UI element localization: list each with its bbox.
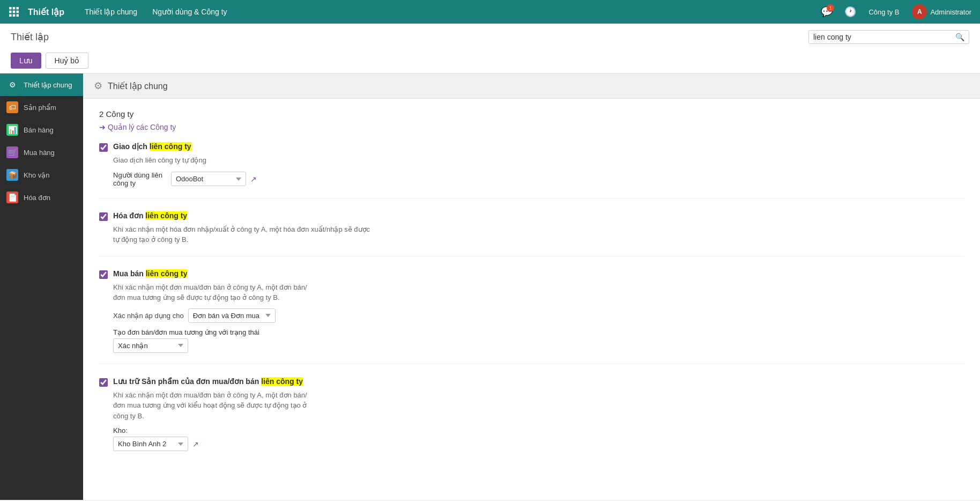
kho-label: Kho: [113, 426, 964, 434]
product-icon: 🏷 [6, 101, 18, 113]
sidebar-item-mua-hang[interactable]: 🛒 Mua hàng [0, 141, 83, 164]
sidebar-label-kho-van: Kho vận [24, 171, 49, 179]
hoa-don-desc: Khi xác nhận một hóa đơn nhập/xuất ở côn… [113, 224, 370, 245]
top-navigation: Thiết lập Thiết lập chung Người dùng & C… [0, 0, 980, 24]
sidebar-label-mua-hang: Mua hàng [24, 149, 55, 157]
manage-link-text: Quản lý các Công ty [108, 123, 176, 131]
top-menu: Thiết lập chung Người dùng & Công ty [77, 0, 235, 24]
company-name: Công ty B [868, 8, 899, 16]
svg-rect-6 [9, 14, 12, 17]
page-actions: Lưu Huỷ bỏ [11, 48, 969, 73]
invoice-icon: 📄 [6, 191, 18, 203]
svg-rect-5 [17, 11, 19, 13]
luu-tru-title: Lưu trữ Sản phẩm của đơn mua/đơn bán liê… [113, 377, 303, 386]
xac-nhan-field: Xác nhận áp dụng cho Đơn bán và Đơn mua … [113, 308, 964, 353]
giao-dich-title: Giao dịch liên công ty [113, 142, 191, 151]
page-title: Thiết lập [11, 31, 49, 43]
section-header: ⚙ Thiết lập chung [83, 73, 980, 99]
user-field-select[interactable]: OdooBot [171, 172, 246, 186]
sidebar-label-san-pham: Sản phẩm [24, 104, 56, 112]
trang-thai-label: Tạo đơn bán/đơn mua tương ứng với trạng … [113, 328, 964, 336]
section-title: Thiết lập chung [108, 81, 168, 91]
sidebar-label-hoa-don: Hóa đơn [24, 194, 50, 202]
section-gear-icon: ⚙ [94, 80, 102, 92]
company-selector[interactable]: Công ty B [864, 8, 903, 16]
mua-ban-title: Mua bán liên công ty [113, 269, 187, 278]
kho-external-link[interactable]: ↗ [192, 440, 199, 448]
menu-thiet-lap-chung[interactable]: Thiết lập chung [77, 0, 145, 24]
svg-rect-2 [17, 7, 19, 10]
app-grid-button[interactable] [4, 0, 24, 24]
hoa-don-checkbox[interactable] [99, 212, 108, 221]
luu-tru-checkbox[interactable] [99, 378, 108, 387]
trang-thai-select[interactable]: Xác nhận [113, 338, 188, 353]
giao-dich-checkbox[interactable] [99, 143, 108, 152]
svg-rect-4 [13, 11, 16, 13]
sales-icon: 📊 [6, 124, 18, 136]
search-icon[interactable]: 🔍 [955, 33, 964, 41]
sidebar-item-thiet-lap-chung[interactable]: ⚙ Thiết lập chung [0, 73, 83, 96]
mua-ban-checkbox[interactable] [99, 270, 108, 279]
mua-ban-highlight: liên công ty [146, 269, 188, 278]
sidebar-label-thiet-lap-chung: Thiết lập chung [24, 81, 72, 89]
menu-nguoi-dung-cong-ty[interactable]: Người dùng & Công ty [145, 0, 234, 24]
sidebar-label-ban-hang: Bán hàng [24, 126, 54, 134]
save-button[interactable]: Lưu [11, 53, 41, 69]
sidebar-item-san-pham[interactable]: 🏷 Sản phẩm [0, 96, 83, 119]
setting-mua-ban: Mua bán liên công ty Khi xác nhận một đơ… [99, 269, 964, 364]
main-content: ⚙ Thiết lập chung 2 Công ty ➜ Quản lý cá… [83, 73, 980, 500]
sidebar-item-kho-van[interactable]: 📦 Kho vận [0, 164, 83, 186]
sidebar: ⚙ Thiết lập chung 🏷 Sản phẩm 📊 Bán hàng … [0, 73, 83, 500]
setting-luu-tru: Lưu trữ Sản phẩm của đơn mua/đơn bán liê… [99, 377, 964, 462]
purchase-icon: 🛒 [6, 146, 18, 158]
svg-rect-7 [13, 14, 16, 17]
luu-tru-highlight: liên công ty [261, 377, 303, 386]
xac-nhan-select[interactable]: Đơn bán và Đơn mua [188, 308, 276, 323]
notification-badge: 1 [827, 4, 834, 12]
settings-icon: ⚙ [6, 79, 18, 91]
user-external-link[interactable]: ↗ [250, 175, 257, 183]
app-name: Thiết lập [24, 7, 69, 17]
sidebar-item-ban-hang[interactable]: 📊 Bán hàng [0, 119, 83, 141]
luu-tru-desc: Khi xác nhận một đơn mua/đơn bán ở công … [113, 390, 370, 422]
avatar: A [912, 4, 927, 19]
user-menu[interactable]: A Administrator [908, 4, 976, 19]
user-field: Người dùng liêncông ty OdooBot ↗ [113, 171, 964, 187]
kho-select[interactable]: Kho Bình Anh 2 [113, 437, 188, 451]
manage-companies-link[interactable]: ➜ Quản lý các Công ty [99, 123, 964, 131]
svg-rect-8 [17, 14, 19, 17]
luu-tru-prefix: Lưu trữ Sản phẩm của đơn mua/đơn bán [113, 377, 261, 386]
svg-rect-3 [9, 11, 12, 13]
svg-rect-1 [13, 7, 16, 10]
kho-field: Kho: Kho Bình Anh 2 ↗ [113, 426, 964, 451]
username: Administrator [930, 8, 971, 16]
setting-hoa-don: Hóa đơn liên công ty Khi xác nhận một hó… [99, 211, 964, 256]
content-area: 2 Công ty ➜ Quản lý các Công ty Giao dịc… [83, 99, 980, 485]
xac-nhan-label: Xác nhận áp dụng cho [113, 312, 184, 320]
search-bar[interactable]: 🔍 [808, 30, 969, 44]
mua-ban-desc: Khi xác nhận một đơn mua/đơn bán ở công … [113, 282, 370, 303]
hoa-don-highlight: liên công ty [145, 211, 187, 220]
giao-dich-highlight: liên công ty [150, 142, 191, 151]
page-header: Thiết lập 🔍 Lưu Huỷ bỏ [0, 24, 980, 73]
user-field-label: Người dùng liêncông ty [113, 171, 162, 187]
setting-giao-dich: Giao dịch liên công ty Giao dịch liên cô… [99, 142, 964, 198]
sidebar-item-hoa-don[interactable]: 📄 Hóa đơn [0, 186, 83, 209]
messages-button[interactable]: 💬 1 [817, 2, 836, 21]
svg-rect-0 [9, 7, 12, 10]
clock-button[interactable]: 🕐 [841, 2, 860, 21]
topnav-right-area: 💬 1 🕐 Công ty B A Administrator [817, 2, 976, 21]
warehouse-icon: 📦 [6, 169, 18, 181]
giao-dich-prefix: Giao dịch [113, 142, 150, 151]
giao-dich-desc: Giao dịch liên công ty tự động [113, 155, 370, 166]
arrow-icon: ➜ [99, 123, 106, 131]
hoa-don-title: Hóa đơn liên công ty [113, 211, 187, 220]
mua-ban-prefix: Mua bán [113, 269, 146, 278]
search-input[interactable] [813, 33, 955, 41]
company-count: 2 Công ty [99, 109, 964, 119]
cancel-button[interactable]: Huỷ bỏ [46, 53, 89, 69]
hoa-don-prefix: Hóa đơn [113, 211, 145, 220]
main-layout: ⚙ Thiết lập chung 🏷 Sản phẩm 📊 Bán hàng … [0, 73, 980, 500]
